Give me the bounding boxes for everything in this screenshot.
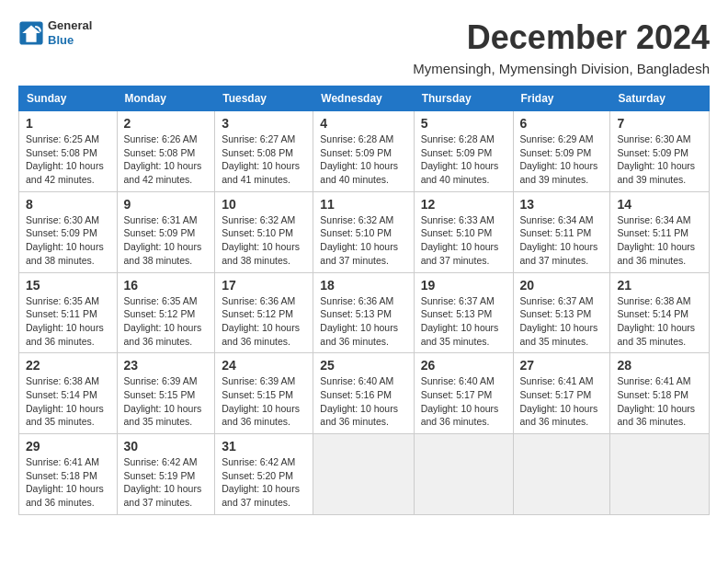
day-number: 27 (520, 358, 604, 373)
day-info: Sunrise: 6:26 AMSunset: 5:08 PMDaylight:… (124, 133, 202, 185)
table-row: 30 Sunrise: 6:42 AMSunset: 5:19 PMDaylig… (117, 434, 215, 515)
day-info: Sunrise: 6:33 AMSunset: 5:10 PMDaylight:… (421, 214, 499, 266)
table-row: 12 Sunrise: 6:33 AMSunset: 5:10 PMDaylig… (414, 191, 513, 272)
day-info: Sunrise: 6:42 AMSunset: 5:20 PMDaylight:… (222, 456, 300, 508)
day-info: Sunrise: 6:32 AMSunset: 5:10 PMDaylight:… (222, 214, 300, 266)
header-friday: Friday (513, 86, 610, 111)
table-row: 14 Sunrise: 6:34 AMSunset: 5:11 PMDaylig… (610, 191, 710, 272)
logo-general: General (48, 18, 92, 33)
table-row: 27 Sunrise: 6:41 AMSunset: 5:17 PMDaylig… (513, 353, 610, 434)
day-number: 15 (26, 278, 110, 293)
day-number: 7 (617, 116, 702, 131)
day-number: 20 (520, 278, 604, 293)
day-info: Sunrise: 6:39 AMSunset: 5:15 PMDaylight:… (222, 375, 300, 427)
table-row: 4 Sunrise: 6:28 AMSunset: 5:09 PMDayligh… (313, 111, 414, 192)
table-row: 22 Sunrise: 6:38 AMSunset: 5:14 PMDaylig… (19, 353, 118, 434)
day-number: 8 (26, 197, 110, 212)
header-tuesday: Tuesday (215, 86, 313, 111)
day-number: 1 (26, 116, 110, 131)
table-row: 13 Sunrise: 6:34 AMSunset: 5:11 PMDaylig… (513, 191, 610, 272)
table-row: 15 Sunrise: 6:35 AMSunset: 5:11 PMDaylig… (19, 272, 118, 353)
location-title: Mymensingh, Mymensingh Division, Banglad… (18, 61, 710, 76)
table-row: 2 Sunrise: 6:26 AMSunset: 5:08 PMDayligh… (117, 111, 215, 192)
day-number: 30 (124, 439, 209, 454)
day-number: 29 (26, 439, 110, 454)
day-number: 6 (520, 116, 604, 131)
day-number: 4 (320, 116, 406, 131)
table-row: 29 Sunrise: 6:41 AMSunset: 5:18 PMDaylig… (19, 434, 118, 515)
calendar-week-row: 1 Sunrise: 6:25 AMSunset: 5:08 PMDayligh… (19, 111, 710, 192)
table-row: 31 Sunrise: 6:42 AMSunset: 5:20 PMDaylig… (215, 434, 313, 515)
table-row: 20 Sunrise: 6:37 AMSunset: 5:13 PMDaylig… (513, 272, 610, 353)
day-info: Sunrise: 6:37 AMSunset: 5:13 PMDaylight:… (520, 295, 598, 347)
table-row: 8 Sunrise: 6:30 AMSunset: 5:09 PMDayligh… (19, 191, 118, 272)
table-row: 1 Sunrise: 6:25 AMSunset: 5:08 PMDayligh… (19, 111, 118, 192)
calendar-week-row: 29 Sunrise: 6:41 AMSunset: 5:18 PMDaylig… (19, 434, 710, 515)
table-row: 7 Sunrise: 6:30 AMSunset: 5:09 PMDayligh… (610, 111, 710, 192)
table-row: 21 Sunrise: 6:38 AMSunset: 5:14 PMDaylig… (610, 272, 710, 353)
day-number: 14 (617, 197, 702, 212)
day-number: 10 (222, 197, 306, 212)
day-number: 13 (520, 197, 604, 212)
day-info: Sunrise: 6:35 AMSunset: 5:12 PMDaylight:… (124, 295, 202, 347)
day-info: Sunrise: 6:25 AMSunset: 5:08 PMDaylight:… (26, 133, 104, 185)
header-wednesday: Wednesday (313, 86, 414, 111)
day-number: 25 (320, 358, 406, 373)
day-info: Sunrise: 6:40 AMSunset: 5:17 PMDaylight:… (421, 375, 499, 427)
day-number: 24 (222, 358, 306, 373)
day-info: Sunrise: 6:28 AMSunset: 5:09 PMDaylight:… (320, 133, 398, 185)
day-info: Sunrise: 6:30 AMSunset: 5:09 PMDaylight:… (26, 214, 104, 266)
day-number: 31 (222, 439, 306, 454)
table-row: 24 Sunrise: 6:39 AMSunset: 5:15 PMDaylig… (215, 353, 313, 434)
day-number: 9 (124, 197, 209, 212)
calendar-table: Sunday Monday Tuesday Wednesday Thursday… (18, 86, 710, 515)
day-number: 17 (222, 278, 306, 293)
day-number: 21 (617, 278, 702, 293)
table-row: 10 Sunrise: 6:32 AMSunset: 5:10 PMDaylig… (215, 191, 313, 272)
day-info: Sunrise: 6:27 AMSunset: 5:08 PMDaylight:… (222, 133, 300, 185)
page-container: General Blue December 2024 Mymensingh, M… (18, 18, 710, 515)
day-info: Sunrise: 6:41 AMSunset: 5:18 PMDaylight:… (617, 375, 695, 427)
day-number: 23 (124, 358, 209, 373)
header-monday: Monday (117, 86, 215, 111)
header-saturday: Saturday (610, 86, 710, 111)
day-info: Sunrise: 6:37 AMSunset: 5:13 PMDaylight:… (421, 295, 499, 347)
day-info: Sunrise: 6:31 AMSunset: 5:09 PMDaylight:… (124, 214, 202, 266)
header-thursday: Thursday (414, 86, 513, 111)
day-info: Sunrise: 6:32 AMSunset: 5:10 PMDaylight:… (320, 214, 398, 266)
table-row: 23 Sunrise: 6:39 AMSunset: 5:15 PMDaylig… (117, 353, 215, 434)
calendar-week-row: 8 Sunrise: 6:30 AMSunset: 5:09 PMDayligh… (19, 191, 710, 272)
logo-icon (18, 20, 44, 46)
day-number: 26 (421, 358, 506, 373)
day-info: Sunrise: 6:41 AMSunset: 5:18 PMDaylight:… (26, 456, 104, 508)
weekday-header-row: Sunday Monday Tuesday Wednesday Thursday… (19, 86, 710, 111)
table-row: 17 Sunrise: 6:36 AMSunset: 5:12 PMDaylig… (215, 272, 313, 353)
table-row: 28 Sunrise: 6:41 AMSunset: 5:18 PMDaylig… (610, 353, 710, 434)
table-row (414, 434, 513, 515)
day-info: Sunrise: 6:36 AMSunset: 5:13 PMDaylight:… (320, 295, 398, 347)
table-row: 3 Sunrise: 6:27 AMSunset: 5:08 PMDayligh… (215, 111, 313, 192)
title-block: December 2024 (467, 18, 710, 57)
table-row: 16 Sunrise: 6:35 AMSunset: 5:12 PMDaylig… (117, 272, 215, 353)
day-info: Sunrise: 6:39 AMSunset: 5:15 PMDaylight:… (124, 375, 202, 427)
day-number: 22 (26, 358, 110, 373)
day-info: Sunrise: 6:38 AMSunset: 5:14 PMDaylight:… (26, 375, 104, 427)
table-row (313, 434, 414, 515)
table-row: 26 Sunrise: 6:40 AMSunset: 5:17 PMDaylig… (414, 353, 513, 434)
table-row: 25 Sunrise: 6:40 AMSunset: 5:16 PMDaylig… (313, 353, 414, 434)
logo-text: General Blue (48, 18, 92, 47)
table-row: 11 Sunrise: 6:32 AMSunset: 5:10 PMDaylig… (313, 191, 414, 272)
day-info: Sunrise: 6:34 AMSunset: 5:11 PMDaylight:… (520, 214, 598, 266)
day-number: 5 (421, 116, 506, 131)
day-number: 16 (124, 278, 209, 293)
logo: General Blue (18, 18, 92, 47)
table-row: 18 Sunrise: 6:36 AMSunset: 5:13 PMDaylig… (313, 272, 414, 353)
table-row: 6 Sunrise: 6:29 AMSunset: 5:09 PMDayligh… (513, 111, 610, 192)
day-number: 11 (320, 197, 406, 212)
day-info: Sunrise: 6:30 AMSunset: 5:09 PMDaylight:… (617, 133, 695, 185)
day-number: 18 (320, 278, 406, 293)
day-info: Sunrise: 6:29 AMSunset: 5:09 PMDaylight:… (520, 133, 598, 185)
table-row (610, 434, 710, 515)
month-title: December 2024 (467, 18, 710, 57)
logo-blue: Blue (48, 33, 92, 48)
